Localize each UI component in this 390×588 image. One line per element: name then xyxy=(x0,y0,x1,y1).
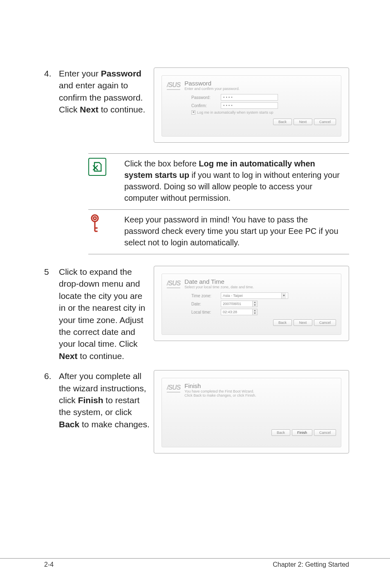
note-auto-login: Click the box before Log me in automatic… xyxy=(88,153,349,210)
asus-logo: /SUS xyxy=(167,280,180,288)
spinner-buttons[interactable]: ▲▼ xyxy=(252,301,257,307)
notes-section: Click the box before Log me in automatic… xyxy=(88,153,349,254)
finish-button[interactable]: Finish xyxy=(292,429,312,436)
chapter-title: Chapter 2: Getting Started xyxy=(273,561,349,568)
back-button[interactable]: Back xyxy=(271,429,290,436)
wizard-title: Date and Time xyxy=(184,278,336,285)
chevron-down-icon: ▼ xyxy=(281,293,286,298)
cancel-button[interactable]: Cancel xyxy=(314,319,336,326)
step-5: 5 Click to expand the drop-down menu and… xyxy=(44,266,349,362)
asus-logo: /SUS xyxy=(167,384,180,393)
step-text: Click to expand the drop-down menu and l… xyxy=(59,266,154,362)
auto-login-checkbox[interactable]: ✕ xyxy=(191,110,195,114)
note-password-reminder: Keep your password in mind! You have to … xyxy=(88,210,349,254)
page-number: 2-4 xyxy=(44,561,54,568)
wizard-subtitle-2: Click Back to make changes, or click Fin… xyxy=(184,393,336,397)
time-spinner[interactable]: 02:43:28 ▲▼ xyxy=(221,309,258,315)
step-text: Enter your Password and enter again to c… xyxy=(59,67,154,116)
note-text: Click the box before Log me in automatic… xyxy=(124,158,345,204)
note-icon xyxy=(88,158,106,176)
wizard-subtitle: Enter and confirm your password. xyxy=(184,87,336,91)
screenshot-password: /SUS Password Enter and confirm your pas… xyxy=(154,67,349,143)
svg-point-1 xyxy=(94,217,96,220)
key-icon xyxy=(88,214,103,233)
page-footer: 2-4 Chapter 2: Getting Started xyxy=(0,558,390,568)
wizard-subtitle: Select your local time zone, date and ti… xyxy=(184,285,336,289)
wizard-title: Finish xyxy=(184,382,336,389)
password-input[interactable]: •••• xyxy=(221,94,278,101)
cancel-button[interactable]: Cancel xyxy=(314,119,336,125)
date-spinner[interactable]: 2007/08/01 ▲▼ xyxy=(221,301,258,307)
confirm-input[interactable]: •••• xyxy=(221,102,278,109)
next-button[interactable]: Next xyxy=(294,119,312,125)
step-number: 4. xyxy=(44,67,59,79)
wizard-title: Password xyxy=(184,80,336,87)
timezone-label: Time zone: xyxy=(191,294,221,298)
back-button[interactable]: Back xyxy=(273,119,292,125)
wizard-subtitle-1: You have completed the First Boot Wizard… xyxy=(184,389,336,393)
password-label: Password: xyxy=(191,95,221,100)
next-button[interactable]: Next xyxy=(294,319,312,326)
svg-point-0 xyxy=(92,215,98,222)
date-label: Date: xyxy=(191,302,221,306)
auto-login-label: Log me in automatically when system star… xyxy=(197,110,273,114)
step-number: 6. xyxy=(44,370,59,382)
back-button[interactable]: Back xyxy=(273,319,292,326)
cancel-button[interactable]: Cancel xyxy=(314,429,336,436)
screenshot-finish: /SUS Finish You have completed the First… xyxy=(154,370,349,453)
asus-logo: /SUS xyxy=(167,81,180,90)
step-6: 6. After you complete all the wizard ins… xyxy=(44,370,349,453)
screenshot-datetime: /SUS Date and Time Select your local tim… xyxy=(154,266,349,341)
time-label: Local time: xyxy=(191,310,221,314)
confirm-label: Confirm: xyxy=(191,103,221,108)
step-4: 4. Enter your Password and enter again t… xyxy=(44,67,349,143)
step-text: After you complete all the wizard instru… xyxy=(59,370,154,430)
spinner-buttons[interactable]: ▲▼ xyxy=(252,309,257,315)
note-text: Keep your password in mind! You have to … xyxy=(124,214,345,248)
timezone-select[interactable]: Asia - Taipei ▼ xyxy=(221,292,288,299)
step-number: 5 xyxy=(44,266,59,278)
